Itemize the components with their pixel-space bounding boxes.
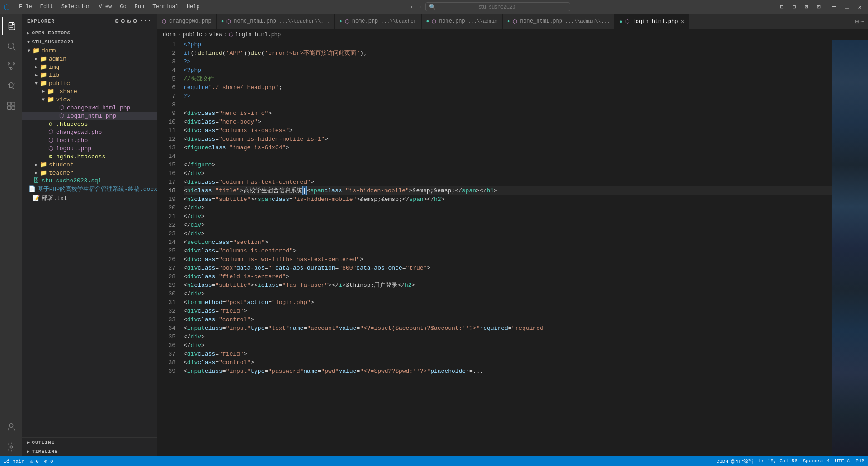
tree-item-admin[interactable]: ▶ 📁 admin — [22, 55, 157, 63]
timeline-section[interactable]: ▶ TIMELINE — [22, 447, 157, 456]
breadcrumb-file[interactable]: login_html.php — [235, 32, 281, 38]
folder-icon: 📁 — [47, 96, 54, 103]
menu-help[interactable]: Help — [183, 3, 203, 11]
open-editors-section[interactable]: ▶ OPEN EDITORS — [22, 29, 157, 38]
tree-item-nginx-htaccess[interactable]: ▶ ⚙ nginx.htaccess — [22, 152, 157, 161]
tree-item-img[interactable]: ▶ 📁 img — [22, 63, 157, 71]
tree-item-txt[interactable]: ▶ 📝 部署.txt — [22, 194, 157, 203]
split-editor-icon[interactable]: ⊞ — [855, 18, 859, 25]
php-file-icon: ⬡ — [58, 112, 65, 119]
code-line-6: require './_share/_head.php'; — [184, 83, 832, 92]
menu-go[interactable]: Go — [116, 3, 130, 11]
activity-avatar[interactable] — [2, 418, 20, 436]
code-line-39: <input class="input" type="password" nam… — [184, 367, 832, 376]
tree-item-changepwd-html[interactable]: ▶ ⬡ changepwd_html.php — [22, 104, 157, 112]
htaccess-file-icon: ⚙ — [47, 153, 54, 160]
warnings-count[interactable]: ⊘ 0 — [44, 458, 53, 464]
refresh-icon[interactable]: ↻ — [127, 17, 131, 25]
git-branch[interactable]: ⎇ main — [4, 458, 24, 464]
tree-item-login[interactable]: ▶ ⬡ login.php — [22, 136, 157, 144]
minimize-button[interactable]: ─ — [827, 2, 839, 11]
tree-item-lib[interactable]: ▶ 📁 lib — [22, 71, 157, 79]
close-button[interactable]: ✕ — [855, 2, 864, 12]
tab-close-button[interactable]: ✕ — [680, 18, 684, 25]
admin-arrow-icon: ▶ — [33, 56, 40, 62]
status-bar-left: ⎇ main ⚠ 0 ⊘ 0 — [4, 458, 53, 464]
open-editors-label: OPEN EDITORS — [32, 30, 71, 36]
menu-run[interactable]: Run — [131, 3, 148, 11]
tree-item-view[interactable]: ▼ 📁 view — [22, 95, 157, 104]
tree-item-student[interactable]: ▶ 📁 student — [22, 161, 157, 169]
layout-icon[interactable]: ⊟ — [778, 3, 786, 11]
folder-icon: 📁 — [40, 71, 47, 79]
more-icon[interactable]: ··· — [139, 17, 152, 25]
tree-item-logout[interactable]: ▶ ⬡ logout.php — [22, 144, 157, 152]
menu-edit[interactable]: Edit — [37, 3, 57, 11]
encoding[interactable]: UTF-8 — [835, 458, 850, 464]
new-file-icon[interactable]: ⊕ — [115, 17, 119, 25]
layout2-icon[interactable]: ⊞ — [790, 3, 798, 11]
new-folder-icon[interactable]: ⊕ — [121, 17, 125, 25]
tree-item-teacher[interactable]: ▶ 📁 teacher — [22, 169, 157, 177]
tree-item-public[interactable]: ▼ 📁 public — [22, 79, 157, 87]
breadcrumb-dorm[interactable]: dorm — [163, 32, 176, 38]
php-file-icon: ⬡ — [47, 145, 54, 152]
layout4-icon[interactable]: ⊡ — [815, 3, 823, 11]
menu-selection[interactable]: Selection — [58, 3, 94, 11]
menu-terminal[interactable]: Terminal — [149, 3, 182, 11]
breadcrumb-view[interactable]: view — [209, 32, 222, 38]
activity-extensions[interactable] — [2, 97, 20, 115]
maximize-button[interactable]: □ — [842, 2, 851, 11]
project-section[interactable]: ▼ STU_SUSHE2023 — [22, 38, 157, 47]
code-line-33: <div class="control"> — [184, 315, 832, 324]
global-search-input[interactable] — [425, 2, 570, 11]
breadcrumb-public[interactable]: public — [183, 32, 202, 38]
search-icon: 🔍 — [429, 4, 436, 10]
tab-subtitle: ...\\teacher\\... — [279, 19, 330, 24]
tree-item-htaccess[interactable]: ▶ ⚙ .htaccess — [22, 120, 157, 128]
activity-search[interactable] — [2, 37, 20, 55]
more-tabs-icon[interactable]: ⋯ — [861, 18, 864, 25]
tab-home-teacher[interactable]: ● ⬡ home.php ...\\teacher — [335, 14, 421, 29]
nav-back-button[interactable]: ← — [411, 4, 415, 10]
svg-rect-6 — [12, 102, 15, 105]
php-file-icon: ⬡ — [47, 128, 54, 136]
tab-changepwd[interactable]: ⬡ changepwd.php — [157, 14, 217, 29]
tree-item-sql[interactable]: ▶ 🗄 stu_sushe2023.sql — [22, 177, 157, 185]
activity-debug[interactable] — [2, 77, 20, 95]
tab-home-html-teacher[interactable]: ● ⬡ home_html.php ...\\teacher\\... — [217, 14, 335, 29]
layout3-icon[interactable]: ⊠ — [802, 3, 811, 11]
tab-login-html[interactable]: ● ⬡ login_html.php ✕ — [615, 14, 689, 29]
tab-label-changepwd: changepwd.php — [169, 18, 212, 24]
errors-count[interactable]: ⚠ 0 — [30, 458, 39, 464]
tree-label-changepwd: changepwd.php — [56, 129, 102, 136]
menu-view[interactable]: View — [95, 3, 115, 11]
sidebar-body: ▶ OPEN EDITORS ▼ STU_SUSHE2023 ▼ 📁 dorm … — [22, 29, 157, 437]
nav-forward-button[interactable]: → — [418, 4, 422, 10]
tree-item-login-html[interactable]: ▶ ⬡ login_html.php — [22, 112, 157, 120]
cursor-position[interactable]: Ln 18, Col 56 — [759, 458, 797, 464]
code-line-10: <div class="hero-body"> — [184, 118, 832, 126]
tab-home-admin[interactable]: ● ⬡ home.php ...\\admin — [422, 14, 503, 29]
svg-point-0 — [8, 43, 14, 49]
collapse-icon[interactable]: ⊖ — [133, 17, 137, 25]
folder-icon: 📁 — [40, 169, 47, 176]
code-content[interactable]: <?php if(!defined('APP')) die('error!<br… — [180, 40, 832, 456]
tab-label-home-admin: home.php — [439, 18, 465, 24]
minimap — [832, 40, 868, 456]
img-arrow-icon: ▶ — [33, 64, 40, 70]
activity-source-control[interactable] — [2, 57, 20, 75]
outline-section[interactable]: ▶ OUTLINE — [22, 438, 157, 447]
tree-item-docx[interactable]: ▶ 📄 基于PHP的高校学生宿舍管理系统-终稿.docx — [22, 185, 157, 194]
breadcrumb-file-icon: ⬡ — [229, 31, 233, 38]
tree-item-changepwd[interactable]: ▶ ⬡ changepwd.php — [22, 128, 157, 136]
activity-settings[interactable] — [2, 438, 20, 456]
tree-item-share[interactable]: ▶ 📁 _share — [22, 87, 157, 95]
code-editor[interactable]: 12345 678910 1112131415 1617 18 19202122… — [157, 40, 868, 456]
spaces[interactable]: Spaces: 4 — [803, 458, 830, 464]
menu-file[interactable]: File — [15, 3, 36, 11]
tab-home-html-admin[interactable]: ● ⬡ home_html.php ...\\admin\\... — [503, 14, 615, 29]
activity-explorer[interactable] — [2, 17, 20, 35]
tree-item-dorm[interactable]: ▼ 📁 dorm — [22, 47, 157, 55]
language-mode[interactable]: PHP — [855, 458, 864, 464]
